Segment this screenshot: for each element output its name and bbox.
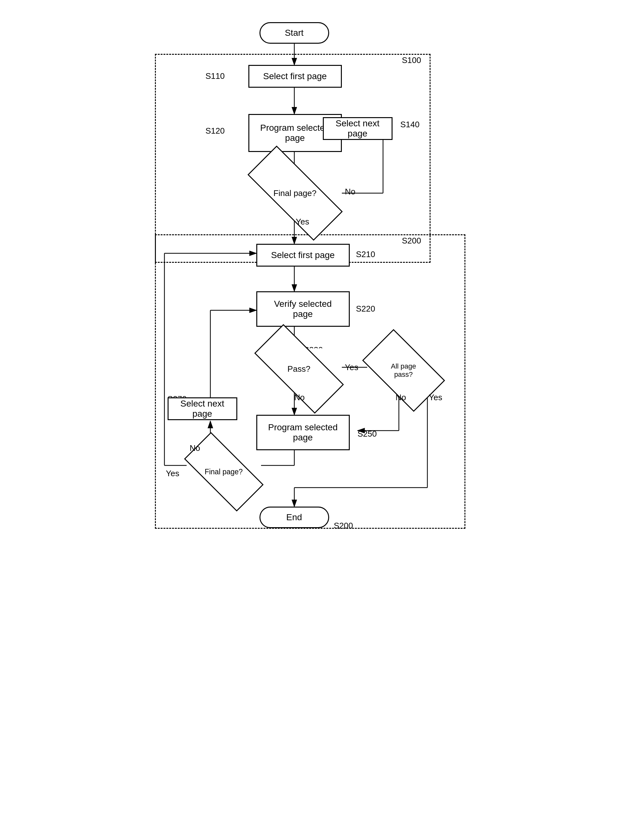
s130-yes-label: Yes bbox=[296, 217, 309, 227]
s220-label: S220 bbox=[356, 304, 375, 314]
s230-no-label: No bbox=[294, 393, 305, 402]
s110-label: S110 bbox=[206, 71, 225, 81]
s260-node: Final page? bbox=[187, 453, 261, 491]
s240-no-label: No bbox=[396, 393, 406, 402]
s230-node: Pass? bbox=[256, 348, 342, 390]
s220-node: Verify selected page bbox=[256, 291, 350, 327]
end-node: End bbox=[259, 507, 329, 528]
s240-node: All page pass? bbox=[367, 348, 440, 393]
s100-label: S100 bbox=[402, 56, 421, 65]
diagram-container: S100 S200 Start S110 Select first page S… bbox=[136, 13, 485, 820]
s210-label: S210 bbox=[356, 249, 375, 260]
s140-label: S140 bbox=[400, 120, 420, 129]
s230-yes-label: Yes bbox=[345, 363, 358, 372]
s260-no-label: No bbox=[190, 443, 200, 453]
s210-node: Select first page bbox=[256, 244, 350, 267]
s130-node: Final page? bbox=[248, 172, 342, 214]
s250-label: S250 bbox=[358, 429, 377, 439]
s200-end-label: S200 bbox=[334, 521, 353, 531]
s110-node: Select first page bbox=[248, 65, 342, 88]
s250-node: Program selected page bbox=[256, 415, 350, 450]
s240-yes-label: Yes bbox=[429, 393, 442, 402]
start-node: Start bbox=[259, 22, 329, 44]
s120-label: S120 bbox=[206, 126, 225, 136]
s200-label: S200 bbox=[402, 236, 421, 246]
s140-node: Select next page bbox=[323, 117, 393, 140]
s130-no-label: No bbox=[345, 187, 355, 196]
s270-node: Select next page bbox=[168, 398, 237, 420]
s260-yes-label: Yes bbox=[166, 469, 179, 478]
